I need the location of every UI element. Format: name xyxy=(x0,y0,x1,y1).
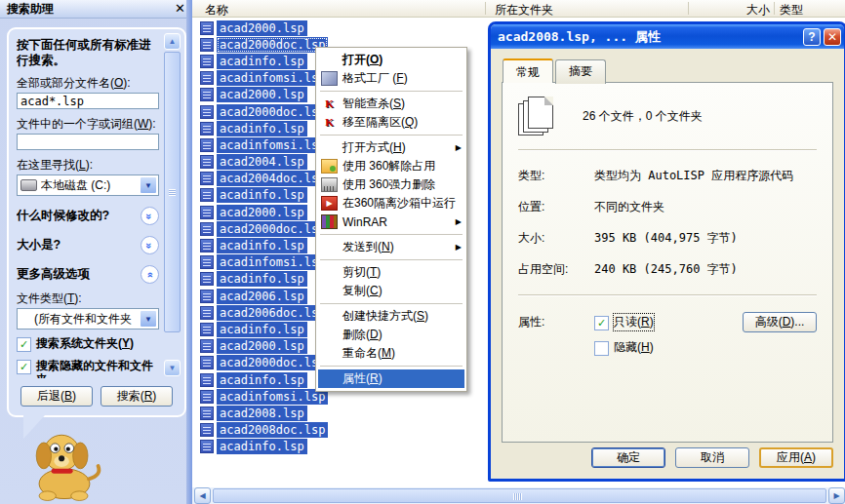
horizontal-scrollbar[interactable]: ◀ ▶ xyxy=(192,487,845,504)
scrollbar-thumb[interactable] xyxy=(164,52,181,332)
file-row[interactable]: acad2000doc.lsp xyxy=(192,220,328,237)
file-name[interactable]: acad2000doc.lsp xyxy=(217,37,328,53)
back-button[interactable]: 后退(B) xyxy=(20,386,93,407)
scrollbar-thumb[interactable] xyxy=(213,488,826,503)
file-row[interactable]: acad2006doc.lsp xyxy=(192,304,328,321)
chevron-down-icon[interactable]: ▼ xyxy=(140,310,157,328)
file-name[interactable]: acad2000.lsp xyxy=(217,87,307,102)
file-row[interactable]: acadinfo.lsp xyxy=(192,187,328,204)
file-row[interactable]: acad2000doc.lsp xyxy=(192,355,328,371)
file-row[interactable]: acadinfo.lsp xyxy=(192,53,328,69)
file-name[interactable]: acad2000doc.lsp xyxy=(217,104,328,120)
file-name[interactable]: acadinfo.lsp xyxy=(217,372,307,388)
readonly-checkbox-row[interactable]: ✓ 只读(R) xyxy=(594,314,654,330)
search-system-folders-checkbox-row[interactable]: ✓ 搜索系统文件夹(Y) xyxy=(17,336,159,352)
checkbox-unchecked-icon[interactable] xyxy=(594,341,609,356)
column-header-folder[interactable]: 所在文件夹 xyxy=(495,2,553,19)
file-row[interactable]: acad2000.lsp xyxy=(192,87,328,103)
menu-item-format-factory[interactable]: 格式工厂 (F) xyxy=(318,69,464,88)
file-row[interactable]: acadinfo.lsp xyxy=(192,237,328,253)
column-header-name[interactable]: 名称 xyxy=(205,2,228,19)
chevron-down-icon[interactable]: ▼ xyxy=(140,176,157,194)
file-row[interactable]: acad2000.lsp xyxy=(192,19,328,36)
file-row[interactable]: acadinfo.lsp xyxy=(192,439,328,455)
file-name[interactable]: acadinfo.lsp xyxy=(217,322,307,337)
file-name[interactable]: acad2006doc.lsp xyxy=(217,305,328,321)
file-row[interactable]: acadinfo.lsp xyxy=(192,371,328,388)
column-divider[interactable] xyxy=(774,2,775,15)
menu-item-cut[interactable]: 剪切(T) xyxy=(318,263,464,282)
file-row[interactable]: acadinfo.lsp xyxy=(192,120,328,136)
file-row[interactable]: acadinfomsi.lsp xyxy=(192,388,328,405)
file-name[interactable]: acad2000doc.lsp xyxy=(217,221,328,237)
checkbox-checked-icon[interactable]: ✓ xyxy=(17,360,31,374)
tab-general[interactable]: 常规 xyxy=(503,58,553,83)
look-in-dropdown[interactable]: 本地磁盘 (C:) ▼ xyxy=(17,174,159,196)
column-divider[interactable] xyxy=(485,2,486,15)
file-row[interactable]: acad2000doc.lsp xyxy=(192,36,328,53)
modified-section-row[interactable]: 什么时候修改的? » xyxy=(17,207,159,225)
menu-item-winrar[interactable]: WinRAR▶ xyxy=(318,213,464,231)
menu-item-360-force-delete[interactable]: 使用 360强力删除 xyxy=(318,175,464,194)
advanced-section-row[interactable]: 更多高级选项 » xyxy=(17,265,159,284)
scroll-up-icon[interactable]: ▲ xyxy=(164,33,181,50)
menu-item-create-shortcut[interactable]: 创建快捷方式(S) xyxy=(318,307,464,326)
menu-item-open[interactable]: 打开(O) xyxy=(318,51,464,69)
double-chevron-down-icon[interactable]: » xyxy=(141,207,159,225)
file-name[interactable]: acadinfomsi.lsp xyxy=(217,137,328,153)
file-name[interactable]: acad2004doc.lsp xyxy=(217,171,328,186)
file-row[interactable]: acad2000doc.lsp xyxy=(192,103,328,120)
menu-item-delete[interactable]: 删除(D) xyxy=(318,326,464,344)
file-row[interactable]: acad2006.lsp xyxy=(192,288,328,304)
panel-scrollbar[interactable]: ▲ ▼ xyxy=(164,33,181,376)
file-name[interactable]: acadinfo.lsp xyxy=(217,238,307,253)
file-name[interactable]: acad2008doc.lsp xyxy=(217,422,328,438)
search-button[interactable]: 搜索(R) xyxy=(101,386,173,407)
file-name[interactable]: acadinfo.lsp xyxy=(217,187,307,203)
dialog-titlebar[interactable]: acad2008.lsp, ... 属性 ? ✕ xyxy=(491,24,844,49)
file-name[interactable]: acadinfo.lsp xyxy=(217,121,307,136)
double-chevron-down-icon[interactable]: » xyxy=(141,236,159,254)
file-row[interactable]: acad2004doc.lsp xyxy=(192,171,328,187)
apply-button[interactable]: 应用(A) xyxy=(759,447,833,468)
file-row[interactable]: acadinfomsi.lsp xyxy=(192,70,328,87)
hidden-checkbox-row[interactable]: 隐藏(H) xyxy=(594,339,654,356)
menu-item-kav-scan[interactable]: K智能查杀(S) xyxy=(318,95,464,113)
word-input[interactable] xyxy=(17,134,159,150)
menu-item-copy[interactable]: 复制(C) xyxy=(318,282,464,300)
file-row[interactable]: acad2000.lsp xyxy=(192,204,328,220)
menu-item-properties[interactable]: 属性(R) xyxy=(318,369,464,388)
scroll-down-icon[interactable]: ▼ xyxy=(164,360,181,376)
file-row[interactable]: acadinfomsi.lsp xyxy=(192,254,328,271)
column-divider[interactable] xyxy=(688,2,689,15)
file-row[interactable]: acad2004.lsp xyxy=(192,154,328,171)
advanced-button[interactable]: 高级(D)... xyxy=(743,312,817,332)
help-icon[interactable]: ? xyxy=(803,28,821,46)
menu-item-rename[interactable]: 重命名(M) xyxy=(318,344,464,363)
file-name[interactable]: acadinfo.lsp xyxy=(217,271,307,287)
menu-item-open-with[interactable]: 打开方式(H)▶ xyxy=(318,138,464,157)
file-name[interactable]: acadinfomsi.lsp xyxy=(217,389,328,405)
double-chevron-up-icon[interactable]: » xyxy=(141,265,159,284)
scroll-left-icon[interactable]: ◀ xyxy=(194,487,211,504)
file-type-dropdown[interactable]: (所有文件和文件夹 ▼ xyxy=(17,308,159,330)
file-name[interactable]: acad2000doc.lsp xyxy=(217,355,328,370)
close-icon[interactable]: ✕ xyxy=(175,2,185,16)
menu-item-send-to[interactable]: 发送到(N)▶ xyxy=(318,238,464,256)
file-name[interactable]: acadinfo.lsp xyxy=(217,439,307,454)
ok-button[interactable]: 确定 xyxy=(591,447,665,468)
menu-item-360-unlock[interactable]: 使用 360解除占用 xyxy=(318,157,464,175)
scroll-right-icon[interactable]: ▶ xyxy=(828,487,845,504)
file-name[interactable]: acadinfomsi.lsp xyxy=(217,254,328,270)
file-name[interactable]: acad2004.lsp xyxy=(217,154,307,170)
cancel-button[interactable]: 取消 xyxy=(675,447,749,468)
search-hidden-files-checkbox-row[interactable]: ✓ 搜索隐藏的文件和文件夹 xyxy=(17,359,159,378)
tab-summary[interactable]: 摘要 xyxy=(555,59,606,84)
column-header-type[interactable]: 类型 xyxy=(780,2,803,19)
checkbox-checked-icon[interactable]: ✓ xyxy=(17,337,31,352)
size-section-row[interactable]: 大小是? » xyxy=(17,236,159,254)
file-row[interactable]: acadinfo.lsp xyxy=(192,271,328,288)
file-name[interactable]: acad2008.lsp xyxy=(217,406,307,421)
file-name[interactable]: acadinfo.lsp xyxy=(217,54,307,69)
file-name[interactable]: acad2000.lsp xyxy=(217,20,307,36)
